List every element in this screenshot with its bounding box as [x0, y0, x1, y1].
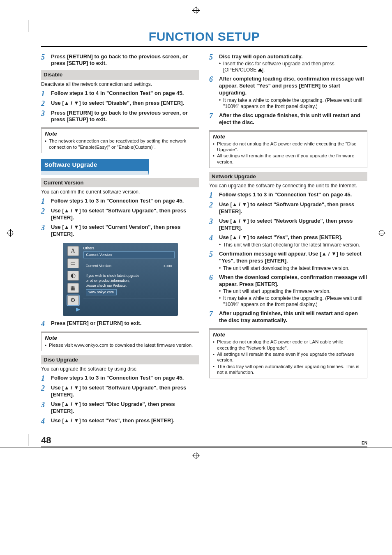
- bullet: •: [45, 138, 47, 150]
- note-text: All settings will remain the same even i…: [217, 351, 364, 363]
- bullet: •: [219, 265, 221, 272]
- step-text: After the disc upgrade finishes, this un…: [219, 112, 367, 126]
- step-text: Use [▲ / ▼] to select "Software Upgrade"…: [219, 201, 367, 215]
- menu-others-icon: ⚙: [67, 295, 79, 305]
- step-number: 3: [209, 218, 216, 232]
- note-text: The disc tray will open automatically af…: [217, 364, 364, 375]
- step-text: Confirmation message will appear. Use [▲…: [219, 251, 367, 265]
- substep: It may take a while to complete the upgr…: [223, 97, 367, 110]
- note-box: Note •Please visit www.onkyo.com to down…: [41, 332, 199, 351]
- body-text: You can confirm the current software ver…: [41, 189, 199, 195]
- right-column: 5 Disc tray will open automatically. • I…: [209, 51, 367, 426]
- ui-info-line: please check our Website.: [86, 283, 172, 288]
- page-footer: 48 EN: [41, 435, 367, 448]
- language-code: EN: [362, 441, 367, 446]
- step-text: Use [▲ / ▼] to select "Disc Upgrade", th…: [51, 401, 199, 415]
- note-text: All settings will remain the same even i…: [217, 153, 364, 165]
- ui-url: www.onkyo.com: [86, 289, 117, 295]
- step-number: 5: [209, 251, 216, 272]
- step-text: Use [▲ / ▼] to select "Yes", then press …: [219, 234, 360, 241]
- print-registration-mark: [7, 230, 13, 236]
- menu-language-icon: A: [67, 246, 79, 256]
- step-number: 5: [41, 53, 48, 67]
- step-text: Use [▲ / ▼] to select "Software Upgrade"…: [51, 207, 199, 221]
- note-text: Please do not unplug the AC power code o…: [217, 339, 364, 351]
- substep: It may take a while to complete the upgr…: [223, 295, 367, 308]
- eject-icon: [258, 68, 262, 71]
- bullet: •: [213, 339, 215, 351]
- step-text: After completing loading disc, confirmat…: [219, 76, 367, 97]
- bullet: •: [213, 351, 215, 363]
- step-number: 2: [209, 201, 216, 215]
- step-number: 1: [209, 191, 216, 199]
- bullet: •: [219, 97, 221, 110]
- subhead-network-upgrade: Network Upgrade: [209, 172, 367, 181]
- substep: Insert the disc for software upgrade and…: [223, 61, 367, 73]
- ui-info-line: If you wish to check latest upgrade: [86, 274, 172, 279]
- step-number: 7: [209, 310, 216, 324]
- note-box: Note •The network connection can be reac…: [41, 127, 199, 153]
- note-box: Note •Please do not unplug the AC power …: [209, 328, 367, 378]
- section-software-upgrade: Software Upgrade: [41, 159, 149, 175]
- ui-selected-row: Current Version: [83, 251, 175, 258]
- step-text: Use [▲ / ▼] to select "Network Upgrade",…: [219, 218, 367, 232]
- crop-mark: [28, 434, 40, 446]
- note-title: Note: [42, 333, 199, 342]
- crop-mark: [28, 20, 40, 32]
- step-text: Use [▲ / ▼] to select "Yes", then press …: [51, 417, 174, 425]
- print-registration-mark: [193, 453, 199, 458]
- step-number: 5: [209, 53, 216, 74]
- substep: This unit will then start checking for t…: [223, 242, 360, 248]
- step-text: When the download completes, confirmatio…: [219, 274, 367, 288]
- menu-arrow-icon: ▶: [76, 306, 80, 313]
- body-text: Deactivate all the network connection an…: [41, 81, 199, 88]
- step-number: 1: [41, 198, 48, 205]
- note-text: Please visit www.onkyo.com to download t…: [49, 342, 193, 348]
- bullet: •: [213, 153, 215, 165]
- step-text: Press [ENTER] or [RETURN] to exit.: [51, 320, 141, 327]
- step-text: After upgrading finishes, this unit will…: [219, 310, 367, 324]
- step-text: Follow steps 1 to 3 in "Connection Test"…: [219, 191, 352, 199]
- subhead-disable: Disable: [41, 70, 199, 79]
- note-title: Note: [42, 129, 199, 138]
- step-text: Use [▲ / ▼] to select "Current Version",…: [51, 224, 199, 238]
- note-text: Please do not unplug the AC power code w…: [217, 141, 364, 153]
- step-number: 3: [41, 224, 48, 238]
- bullet: •: [219, 288, 221, 295]
- page-number: 48: [41, 435, 51, 446]
- ui-value: x.xxx: [164, 264, 172, 268]
- substep: The unit will start downloading the late…: [223, 265, 349, 272]
- step-number: 2: [41, 385, 48, 398]
- subhead-disc-upgrade: Disc Upgrade: [41, 355, 199, 364]
- step-text: Use [▲ / ▼] to select "Disable", then pr…: [51, 100, 184, 107]
- step-text: Follow steps 1 to 4 in "Connection Test"…: [51, 90, 184, 97]
- step-number: 6: [209, 274, 216, 308]
- menu-parental-icon: ▦: [67, 283, 79, 293]
- step-text: Press [RETURN] to go back to the previou…: [51, 53, 199, 67]
- step-number: 3: [41, 401, 48, 415]
- ui-info-line: or other product information,: [86, 279, 172, 283]
- step-number: 4: [41, 417, 48, 425]
- bullet: •: [219, 61, 221, 73]
- print-registration-mark: [379, 230, 385, 236]
- menu-audio-icon: ◐: [67, 271, 79, 281]
- rule: [41, 46, 367, 47]
- step-text: Press [RETURN] to go back to the previou…: [51, 110, 199, 124]
- step-number: 2: [41, 207, 48, 221]
- step-number: 3: [41, 110, 48, 124]
- ui-label: Current Version: [86, 264, 112, 268]
- menu-video-icon: ▭: [67, 258, 79, 268]
- step-number: 1: [41, 375, 48, 382]
- substep: The unit will start upgrading the firmwa…: [223, 288, 330, 295]
- step-number: 1: [41, 90, 48, 97]
- body-text: You can upgrade the software by using di…: [41, 366, 199, 372]
- bullet: •: [213, 364, 215, 375]
- note-box: Note •Please do not unplug the AC power …: [209, 130, 367, 168]
- note-title: Note: [210, 330, 367, 339]
- left-column: 5 Press [RETURN] to go back to the previ…: [41, 51, 199, 426]
- bullet: •: [45, 342, 47, 348]
- step-number: 7: [209, 112, 216, 126]
- step-number: 4: [209, 234, 216, 248]
- step-text: Follow steps 1 to 3 in "Connection Test"…: [51, 375, 184, 382]
- step-number: 6: [209, 76, 216, 110]
